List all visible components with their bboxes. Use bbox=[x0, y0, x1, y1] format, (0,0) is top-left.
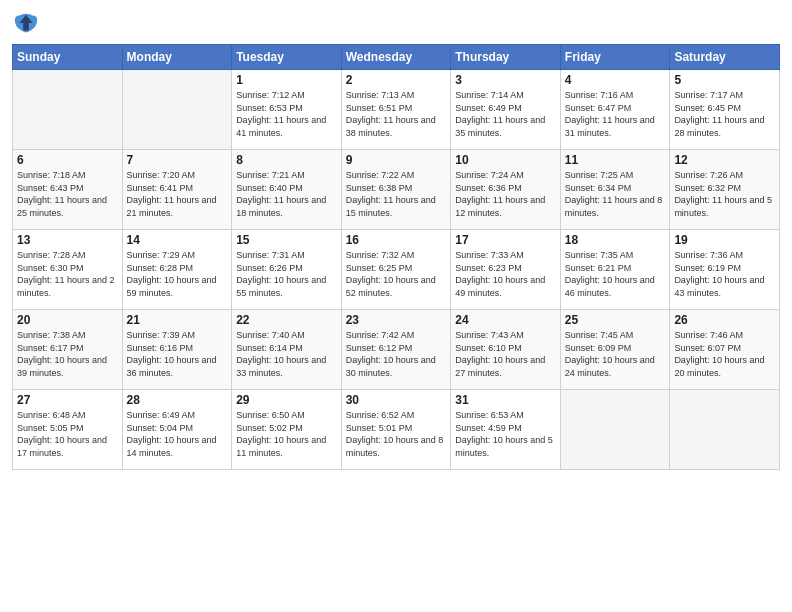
calendar-week-row: 6Sunrise: 7:18 AM Sunset: 6:43 PM Daylig… bbox=[13, 150, 780, 230]
day-info: Sunrise: 7:20 AM Sunset: 6:41 PM Dayligh… bbox=[127, 169, 228, 219]
day-number: 19 bbox=[674, 233, 775, 247]
day-info: Sunrise: 7:26 AM Sunset: 6:32 PM Dayligh… bbox=[674, 169, 775, 219]
calendar-day-8: 8Sunrise: 7:21 AM Sunset: 6:40 PM Daylig… bbox=[232, 150, 342, 230]
day-number: 26 bbox=[674, 313, 775, 327]
page-container: SundayMondayTuesdayWednesdayThursdayFrid… bbox=[0, 0, 792, 478]
calendar-day-19: 19Sunrise: 7:36 AM Sunset: 6:19 PM Dayli… bbox=[670, 230, 780, 310]
calendar-day-20: 20Sunrise: 7:38 AM Sunset: 6:17 PM Dayli… bbox=[13, 310, 123, 390]
calendar-day-15: 15Sunrise: 7:31 AM Sunset: 6:26 PM Dayli… bbox=[232, 230, 342, 310]
weekday-header-saturday: Saturday bbox=[670, 45, 780, 70]
day-number: 4 bbox=[565, 73, 666, 87]
calendar-empty-cell bbox=[13, 70, 123, 150]
day-number: 17 bbox=[455, 233, 556, 247]
day-number: 11 bbox=[565, 153, 666, 167]
calendar-day-11: 11Sunrise: 7:25 AM Sunset: 6:34 PM Dayli… bbox=[560, 150, 670, 230]
calendar-day-21: 21Sunrise: 7:39 AM Sunset: 6:16 PM Dayli… bbox=[122, 310, 232, 390]
day-number: 28 bbox=[127, 393, 228, 407]
calendar-day-29: 29Sunrise: 6:50 AM Sunset: 5:02 PM Dayli… bbox=[232, 390, 342, 470]
day-info: Sunrise: 7:35 AM Sunset: 6:21 PM Dayligh… bbox=[565, 249, 666, 299]
day-info: Sunrise: 6:48 AM Sunset: 5:05 PM Dayligh… bbox=[17, 409, 118, 459]
calendar-empty-cell bbox=[560, 390, 670, 470]
calendar-day-4: 4Sunrise: 7:16 AM Sunset: 6:47 PM Daylig… bbox=[560, 70, 670, 150]
day-number: 6 bbox=[17, 153, 118, 167]
weekday-header-sunday: Sunday bbox=[13, 45, 123, 70]
day-number: 21 bbox=[127, 313, 228, 327]
calendar-day-14: 14Sunrise: 7:29 AM Sunset: 6:28 PM Dayli… bbox=[122, 230, 232, 310]
calendar-week-row: 27Sunrise: 6:48 AM Sunset: 5:05 PM Dayli… bbox=[13, 390, 780, 470]
day-number: 20 bbox=[17, 313, 118, 327]
day-number: 23 bbox=[346, 313, 447, 327]
calendar-day-7: 7Sunrise: 7:20 AM Sunset: 6:41 PM Daylig… bbox=[122, 150, 232, 230]
calendar-week-row: 13Sunrise: 7:28 AM Sunset: 6:30 PM Dayli… bbox=[13, 230, 780, 310]
day-info: Sunrise: 7:43 AM Sunset: 6:10 PM Dayligh… bbox=[455, 329, 556, 379]
day-info: Sunrise: 7:36 AM Sunset: 6:19 PM Dayligh… bbox=[674, 249, 775, 299]
day-number: 7 bbox=[127, 153, 228, 167]
weekday-header-friday: Friday bbox=[560, 45, 670, 70]
day-info: Sunrise: 7:33 AM Sunset: 6:23 PM Dayligh… bbox=[455, 249, 556, 299]
day-number: 12 bbox=[674, 153, 775, 167]
day-info: Sunrise: 7:45 AM Sunset: 6:09 PM Dayligh… bbox=[565, 329, 666, 379]
day-number: 24 bbox=[455, 313, 556, 327]
day-info: Sunrise: 7:32 AM Sunset: 6:25 PM Dayligh… bbox=[346, 249, 447, 299]
day-number: 1 bbox=[236, 73, 337, 87]
day-number: 15 bbox=[236, 233, 337, 247]
calendar-week-row: 1Sunrise: 7:12 AM Sunset: 6:53 PM Daylig… bbox=[13, 70, 780, 150]
day-info: Sunrise: 7:38 AM Sunset: 6:17 PM Dayligh… bbox=[17, 329, 118, 379]
calendar-day-16: 16Sunrise: 7:32 AM Sunset: 6:25 PM Dayli… bbox=[341, 230, 451, 310]
day-info: Sunrise: 6:52 AM Sunset: 5:01 PM Dayligh… bbox=[346, 409, 447, 459]
calendar-empty-cell bbox=[122, 70, 232, 150]
day-info: Sunrise: 7:24 AM Sunset: 6:36 PM Dayligh… bbox=[455, 169, 556, 219]
calendar-day-5: 5Sunrise: 7:17 AM Sunset: 6:45 PM Daylig… bbox=[670, 70, 780, 150]
weekday-header-tuesday: Tuesday bbox=[232, 45, 342, 70]
calendar-day-27: 27Sunrise: 6:48 AM Sunset: 5:05 PM Dayli… bbox=[13, 390, 123, 470]
calendar-day-17: 17Sunrise: 7:33 AM Sunset: 6:23 PM Dayli… bbox=[451, 230, 561, 310]
day-info: Sunrise: 7:46 AM Sunset: 6:07 PM Dayligh… bbox=[674, 329, 775, 379]
day-number: 27 bbox=[17, 393, 118, 407]
day-info: Sunrise: 7:40 AM Sunset: 6:14 PM Dayligh… bbox=[236, 329, 337, 379]
calendar-day-6: 6Sunrise: 7:18 AM Sunset: 6:43 PM Daylig… bbox=[13, 150, 123, 230]
calendar-day-26: 26Sunrise: 7:46 AM Sunset: 6:07 PM Dayli… bbox=[670, 310, 780, 390]
calendar-day-28: 28Sunrise: 6:49 AM Sunset: 5:04 PM Dayli… bbox=[122, 390, 232, 470]
day-number: 25 bbox=[565, 313, 666, 327]
calendar-day-12: 12Sunrise: 7:26 AM Sunset: 6:32 PM Dayli… bbox=[670, 150, 780, 230]
calendar-day-2: 2Sunrise: 7:13 AM Sunset: 6:51 PM Daylig… bbox=[341, 70, 451, 150]
calendar-day-22: 22Sunrise: 7:40 AM Sunset: 6:14 PM Dayli… bbox=[232, 310, 342, 390]
header bbox=[12, 10, 780, 38]
day-number: 31 bbox=[455, 393, 556, 407]
calendar-table: SundayMondayTuesdayWednesdayThursdayFrid… bbox=[12, 44, 780, 470]
day-number: 2 bbox=[346, 73, 447, 87]
weekday-header-row: SundayMondayTuesdayWednesdayThursdayFrid… bbox=[13, 45, 780, 70]
calendar-week-row: 20Sunrise: 7:38 AM Sunset: 6:17 PM Dayli… bbox=[13, 310, 780, 390]
day-info: Sunrise: 7:16 AM Sunset: 6:47 PM Dayligh… bbox=[565, 89, 666, 139]
day-info: Sunrise: 6:49 AM Sunset: 5:04 PM Dayligh… bbox=[127, 409, 228, 459]
day-info: Sunrise: 7:12 AM Sunset: 6:53 PM Dayligh… bbox=[236, 89, 337, 139]
day-info: Sunrise: 7:13 AM Sunset: 6:51 PM Dayligh… bbox=[346, 89, 447, 139]
day-number: 29 bbox=[236, 393, 337, 407]
calendar-day-30: 30Sunrise: 6:52 AM Sunset: 5:01 PM Dayli… bbox=[341, 390, 451, 470]
calendar-day-18: 18Sunrise: 7:35 AM Sunset: 6:21 PM Dayli… bbox=[560, 230, 670, 310]
day-number: 13 bbox=[17, 233, 118, 247]
calendar-day-23: 23Sunrise: 7:42 AM Sunset: 6:12 PM Dayli… bbox=[341, 310, 451, 390]
day-info: Sunrise: 7:28 AM Sunset: 6:30 PM Dayligh… bbox=[17, 249, 118, 299]
day-info: Sunrise: 7:22 AM Sunset: 6:38 PM Dayligh… bbox=[346, 169, 447, 219]
calendar-day-13: 13Sunrise: 7:28 AM Sunset: 6:30 PM Dayli… bbox=[13, 230, 123, 310]
day-number: 18 bbox=[565, 233, 666, 247]
day-number: 9 bbox=[346, 153, 447, 167]
calendar-empty-cell bbox=[670, 390, 780, 470]
calendar-day-3: 3Sunrise: 7:14 AM Sunset: 6:49 PM Daylig… bbox=[451, 70, 561, 150]
day-number: 22 bbox=[236, 313, 337, 327]
day-info: Sunrise: 7:39 AM Sunset: 6:16 PM Dayligh… bbox=[127, 329, 228, 379]
day-info: Sunrise: 7:29 AM Sunset: 6:28 PM Dayligh… bbox=[127, 249, 228, 299]
calendar-day-9: 9Sunrise: 7:22 AM Sunset: 6:38 PM Daylig… bbox=[341, 150, 451, 230]
day-info: Sunrise: 6:50 AM Sunset: 5:02 PM Dayligh… bbox=[236, 409, 337, 459]
day-number: 10 bbox=[455, 153, 556, 167]
day-info: Sunrise: 6:53 AM Sunset: 4:59 PM Dayligh… bbox=[455, 409, 556, 459]
day-number: 14 bbox=[127, 233, 228, 247]
weekday-header-wednesday: Wednesday bbox=[341, 45, 451, 70]
logo bbox=[12, 10, 44, 38]
calendar-day-1: 1Sunrise: 7:12 AM Sunset: 6:53 PM Daylig… bbox=[232, 70, 342, 150]
weekday-header-monday: Monday bbox=[122, 45, 232, 70]
day-info: Sunrise: 7:31 AM Sunset: 6:26 PM Dayligh… bbox=[236, 249, 337, 299]
day-info: Sunrise: 7:14 AM Sunset: 6:49 PM Dayligh… bbox=[455, 89, 556, 139]
day-number: 5 bbox=[674, 73, 775, 87]
